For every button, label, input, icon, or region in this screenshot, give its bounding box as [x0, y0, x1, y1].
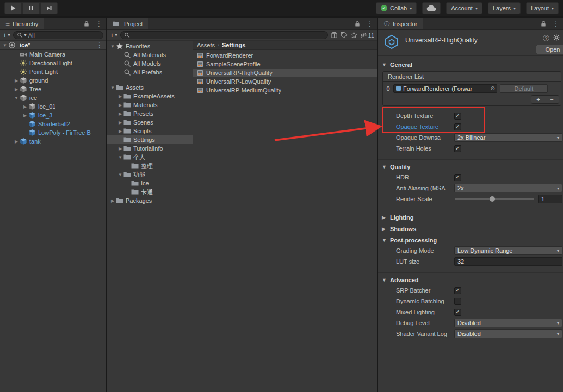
expand-arrow-icon[interactable]: ▶: [117, 111, 123, 116]
lock-icon[interactable]: [541, 21, 546, 27]
remove-renderer-button[interactable]: −: [545, 96, 559, 103]
section-general[interactable]: ▼ General: [378, 59, 563, 70]
object-picker-icon[interactable]: ⊙: [491, 85, 495, 91]
hierarchy-item[interactable]: Shaderball2: [0, 120, 106, 128]
open-button[interactable]: Open: [536, 45, 563, 54]
panel-options-icon[interactable]: ⋮: [367, 20, 373, 28]
tab-inspector[interactable]: ⓘ Inspector: [378, 18, 423, 29]
play-button[interactable]: [4, 2, 22, 14]
project-folder-item[interactable]: ▶Materials: [107, 101, 193, 109]
presets-gear-icon[interactable]: [553, 34, 560, 42]
shader-variant-log-dropdown[interactable]: Disabled ▾: [454, 329, 562, 338]
project-folder-item[interactable]: All Prefabs: [107, 68, 193, 77]
expand-arrow-icon[interactable]: ▶: [13, 87, 20, 92]
layout-dropdown[interactable]: Layout▾: [526, 2, 559, 14]
favorites-filter-icon[interactable]: [350, 32, 357, 39]
hierarchy-item[interactable]: ▶tank: [0, 137, 106, 146]
section-post-processing[interactable]: ▼ Post-processing: [378, 235, 563, 245]
expand-arrow-icon[interactable]: ▼: [117, 155, 123, 160]
depth-texture-checkbox[interactable]: [454, 113, 461, 120]
expand-arrow-icon[interactable]: ▶: [117, 146, 123, 151]
layers-dropdown[interactable]: Layers▾: [488, 2, 521, 14]
project-folder-item[interactable]: Ice: [107, 179, 193, 188]
account-dropdown[interactable]: Account▾: [446, 2, 482, 14]
dynamic-batching-checkbox[interactable]: [454, 298, 461, 305]
expand-arrow-icon[interactable]: ▶: [22, 104, 28, 109]
srp-batcher-checkbox[interactable]: [454, 287, 461, 294]
section-quality[interactable]: ▼ Quality: [378, 161, 563, 172]
hdr-checkbox[interactable]: [454, 174, 461, 181]
panel-options-icon[interactable]: ⋮: [96, 20, 102, 28]
hidden-count-badge[interactable]: 11: [360, 32, 374, 39]
hierarchy-item[interactable]: ▶ground: [0, 76, 106, 85]
hierarchy-item[interactable]: LowPoly - FirTree B: [0, 128, 106, 137]
scene-options-icon[interactable]: ⋮: [96, 41, 106, 49]
breadcrumb-current[interactable]: Settings: [222, 42, 245, 48]
expand-arrow-icon[interactable]: ▼: [13, 96, 20, 101]
project-folder-item[interactable]: ▼功能: [107, 170, 193, 179]
expand-arrow-icon[interactable]: ▼: [109, 44, 116, 49]
scene-header-row[interactable]: ▼ ice* ⋮: [0, 41, 106, 50]
opaque-downsampling-dropdown[interactable]: 2x Bilinear ▾: [454, 133, 562, 142]
expand-arrow-icon[interactable]: ▶: [13, 139, 20, 144]
project-folder-item[interactable]: All Materials: [107, 51, 193, 59]
project-search-input[interactable]: [120, 31, 328, 39]
opaque-texture-checkbox[interactable]: [454, 123, 461, 130]
create-object-button[interactable]: +▾: [3, 31, 10, 39]
anti-aliasing-dropdown[interactable]: 2x ▾: [454, 184, 562, 192]
foldout-arrow-icon[interactable]: ▼: [2, 43, 8, 48]
section-lighting[interactable]: ▶ Lighting: [378, 212, 563, 222]
expand-arrow-icon[interactable]: ▼: [109, 85, 116, 90]
hierarchy-item[interactable]: ▶Tree: [0, 85, 106, 94]
help-icon[interactable]: ?: [543, 35, 549, 41]
panel-options-icon[interactable]: ⋮: [553, 20, 559, 28]
project-folder-item[interactable]: ▼Favorites: [107, 42, 193, 51]
terrain-holes-checkbox[interactable]: [454, 145, 461, 152]
project-folder-item[interactable]: All Models: [107, 59, 193, 68]
pause-button[interactable]: [22, 2, 40, 14]
render-scale-value[interactable]: 1: [538, 195, 562, 203]
expand-arrow-icon[interactable]: ▶: [117, 94, 123, 99]
type-filter-icon[interactable]: [341, 32, 348, 39]
hierarchy-search-input[interactable]: ▾ All: [13, 31, 103, 39]
section-shadows[interactable]: ▶ Shadows: [378, 223, 563, 234]
project-file[interactable]: UniversalRP-LowQuality: [193, 77, 377, 86]
hierarchy-item[interactable]: ▶ice_01: [0, 102, 106, 111]
breadcrumb-root[interactable]: Assets: [197, 42, 215, 48]
cloud-button[interactable]: [422, 2, 441, 14]
project-folder-item[interactable]: ▼Assets: [107, 83, 193, 92]
hierarchy-item[interactable]: Main Camera: [0, 50, 106, 59]
section-advanced[interactable]: ▼ Advanced: [378, 275, 563, 285]
hierarchy-item[interactable]: Point Light: [0, 67, 106, 76]
project-file[interactable]: UniversalRP-HighQuality: [193, 69, 377, 77]
expand-arrow-icon[interactable]: ▼: [117, 172, 123, 177]
lock-icon[interactable]: [355, 21, 360, 27]
add-renderer-button[interactable]: +: [531, 96, 545, 103]
project-file[interactable]: SampleSceneProfile: [193, 60, 377, 69]
reorder-handle-icon[interactable]: ≡: [550, 85, 558, 92]
render-scale-slider[interactable]: [454, 195, 535, 203]
set-default-button[interactable]: Default: [500, 84, 548, 93]
project-folder-item[interactable]: ▶Scripts: [107, 127, 193, 135]
renderer-list-item[interactable]: 0 ForwardRenderer (Forwar ⊙ Default ≡: [383, 82, 561, 95]
project-folder-item[interactable]: 整理: [107, 161, 193, 170]
project-folder-item[interactable]: ▶Presets: [107, 109, 193, 118]
mixed-lighting-checkbox[interactable]: [454, 309, 461, 316]
expand-arrow-icon[interactable]: ▶: [117, 103, 123, 108]
expand-arrow-icon[interactable]: ▶: [22, 113, 28, 118]
renderer-object-field[interactable]: ForwardRenderer (Forwar ⊙: [393, 84, 497, 93]
step-button[interactable]: [40, 2, 58, 14]
tab-hierarchy[interactable]: ☰ Hierarchy: [0, 18, 44, 29]
slider-knob[interactable]: [490, 196, 495, 202]
project-folder-item[interactable]: Settings: [107, 135, 193, 144]
expand-arrow-icon[interactable]: ▶: [117, 120, 123, 125]
project-folder-item[interactable]: ▶TutorialInfo: [107, 144, 193, 153]
debug-level-dropdown[interactable]: Disabled ▾: [454, 319, 562, 327]
expand-arrow-icon[interactable]: ▶: [117, 129, 123, 134]
project-file[interactable]: UniversalRP-MediumQuality: [193, 86, 377, 95]
expand-arrow-icon[interactable]: ▶: [109, 198, 116, 203]
lut-size-field[interactable]: 32: [454, 257, 562, 266]
hierarchy-item[interactable]: Directional Light: [0, 59, 106, 67]
lock-icon[interactable]: [84, 21, 89, 27]
project-folder-item[interactable]: ▶Scenes: [107, 118, 193, 127]
